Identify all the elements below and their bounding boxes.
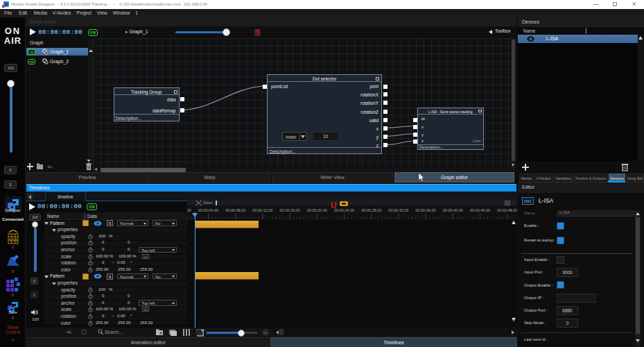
- svg-text:T: T: [256, 31, 259, 35]
- svg-text:+/-: +/-: [47, 164, 53, 169]
